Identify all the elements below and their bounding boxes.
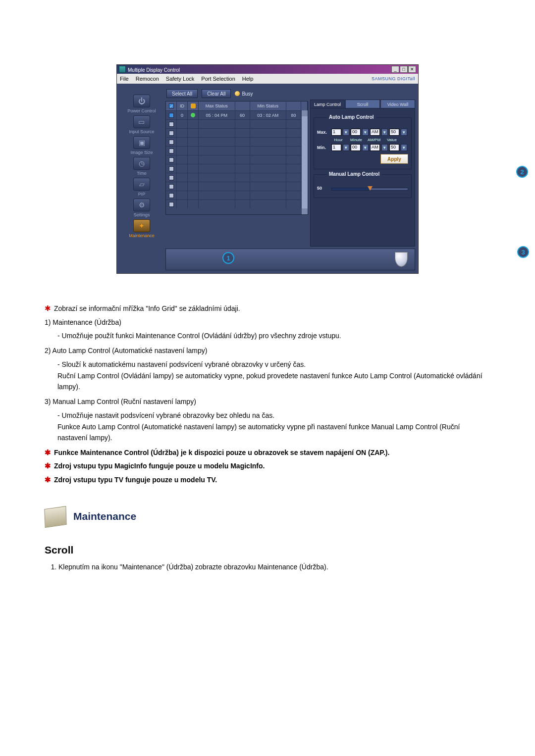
cell-max: 05 : 04 PM [199, 111, 235, 119]
sidebar-item-power-control[interactable]: ⏻Power Control [127, 95, 156, 113]
min-ampm-input[interactable]: AM [370, 144, 380, 151]
cell-id: 0 [177, 111, 188, 119]
maintenance-icon: ✦ [133, 219, 150, 232]
table-row[interactable]: 0 05 : 04 PM 60 03 : 02 AM 80 [166, 110, 308, 119]
intro-text: Zobrazí se informační mřížka "Info Grid"… [54, 303, 240, 314]
manual-lamp-group: Manual Lamp Control 50 [314, 174, 412, 198]
maximize-icon[interactable]: □ [400, 66, 408, 73]
lamp-panel: Auto Lamp Control Max. 1▾ 00▾ AM▾ 50▾ Ho… [310, 108, 415, 247]
check-icon[interactable] [169, 113, 174, 118]
scroll-heading: Scroll [45, 542, 490, 558]
power-icon: ⏻ [133, 95, 150, 107]
star-icon: ✱ [45, 461, 51, 471]
menu-file[interactable]: File [120, 76, 129, 82]
auto-lamp-group: Auto Lamp Control Max. 1▾ 00▾ AM▾ 50▾ Ho… [314, 117, 412, 169]
min-value-input[interactable]: 50 [389, 144, 399, 151]
close-icon[interactable]: ✕ [408, 66, 416, 73]
input-icon: ▭ [133, 115, 150, 128]
warning-2: Zdroj vstupu typu MagicInfo funguje pouz… [54, 461, 265, 472]
step-1: Klepnutím na ikonu "Maintenance" (Údržba… [58, 562, 490, 573]
cell-min: 03 : 02 AM [250, 111, 287, 119]
star-icon: ✱ [45, 448, 51, 457]
sidebar-item-settings[interactable]: ⚙Settings [133, 199, 150, 217]
callout-1: 1 [222, 252, 234, 264]
info-grid: ✓ ID Max Status Min Status [165, 101, 308, 215]
max-value-input[interactable]: 50 [389, 129, 399, 136]
max-label: Max. [317, 130, 330, 135]
list-item-3: 3) Manual Lamp Control (Ruční nastavení … [45, 397, 490, 407]
menu-remocon[interactable]: Remocon [136, 76, 159, 82]
col-status-dot [188, 101, 199, 110]
pip-icon: ▱ [133, 178, 150, 191]
min-label: Min. [317, 145, 330, 150]
titlebar: Multiple Display Control _ □ ✕ [117, 65, 418, 74]
select-all-button[interactable]: Select All [166, 89, 198, 98]
menu-port-selection[interactable]: Port Selection [201, 76, 235, 82]
lamp-slider[interactable] [331, 188, 408, 191]
image-size-icon: ▣ [133, 136, 150, 149]
sidebar-item-label: Power Control [127, 108, 156, 113]
group-title: Manual Lamp Control [327, 171, 381, 177]
menu-safety-lock[interactable]: Safety Lock [166, 76, 194, 82]
chevron-down-icon[interactable]: ▾ [343, 144, 349, 151]
chevron-down-icon[interactable]: ▾ [381, 144, 388, 151]
chevron-down-icon[interactable]: ▾ [401, 144, 407, 151]
min-hour-input[interactable]: 1 [331, 144, 341, 151]
callout-2: 2 [516, 166, 528, 178]
clear-all-button[interactable]: Clear All [202, 89, 231, 98]
sidebar-item-label: Maintenance [129, 233, 155, 238]
list-item-3a: - Umožňuje nastavit podsvícení vybrané o… [57, 410, 490, 421]
time-icon: ◷ [133, 157, 150, 170]
sidebar-item-label: Time [137, 171, 147, 176]
minimize-icon[interactable]: _ [391, 66, 399, 73]
manual-value-label: 50 [317, 186, 330, 191]
max-ampm-input[interactable]: AM [370, 129, 380, 136]
sidebar-item-input-source[interactable]: ▭Input Source [129, 115, 154, 134]
max-minute-input[interactable]: 00 [351, 129, 361, 136]
chevron-down-icon[interactable]: ▾ [362, 144, 369, 151]
sidebar-item-maintenance[interactable]: ✦Maintenance [129, 219, 155, 238]
status-dot-icon [191, 113, 195, 117]
busy-indicator: Busy [235, 91, 253, 97]
scrollbar[interactable] [302, 110, 308, 214]
cell-max-val: 60 [235, 111, 250, 119]
list-item-2b: Ruční Lamp Control (Ovládání lampy) se a… [57, 371, 490, 392]
chevron-down-icon[interactable]: ▾ [401, 129, 407, 136]
sidebar-item-image-size[interactable]: ▣Image Size [130, 136, 153, 155]
sidebar: ⏻Power Control ▭Input Source ▣Image Size… [120, 88, 163, 270]
sidebar-item-pip[interactable]: ▱PIP [133, 178, 150, 197]
menu-help[interactable]: Help [242, 76, 254, 82]
shield-icon [395, 252, 408, 267]
callout-3: 3 [517, 246, 529, 258]
maintenance-section-icon [44, 506, 66, 528]
check-icon: ✓ [169, 103, 174, 108]
app-window: 1 Multiple Display Control _ □ ✕ File Re… [116, 64, 419, 274]
list-item-1: 1) Maintenance (Údržba) [45, 317, 490, 328]
col-min-status: Min Status [250, 101, 287, 110]
star-icon: ✱ [45, 475, 51, 485]
slider-thumb-icon[interactable] [368, 186, 373, 191]
app-title: Multiple Display Control [119, 66, 180, 73]
tab-scroll[interactable]: Scroll [345, 100, 380, 108]
list-item-1a: - Umožňuje použít funkci Maintenance Con… [57, 331, 490, 342]
tab-lamp-control[interactable]: Lamp Control [310, 100, 345, 108]
statusbar [165, 249, 415, 270]
col-max-status: Max Status [199, 101, 235, 110]
chevron-down-icon[interactable]: ▾ [381, 129, 388, 136]
tab-video-wall[interactable]: Video Wall [380, 100, 415, 108]
col-id: ID [177, 101, 188, 110]
chevron-down-icon[interactable]: ▾ [362, 129, 369, 136]
col-checkbox[interactable]: ✓ [166, 101, 177, 110]
sidebar-item-time[interactable]: ◷Time [133, 157, 150, 176]
chevron-down-icon[interactable]: ▾ [343, 129, 349, 136]
brand-label: SAMSUNG DIGITall [372, 76, 415, 81]
min-minute-input[interactable]: 00 [351, 144, 361, 151]
apply-button[interactable]: Apply [380, 154, 408, 164]
sidebar-item-label: Image Size [130, 150, 153, 155]
max-hour-input[interactable]: 1 [331, 129, 341, 136]
gear-icon: ⚙ [133, 199, 150, 211]
section-title: Maintenance [73, 508, 136, 525]
cell-min-val: 80 [286, 111, 301, 119]
list-item-3b: Funkce Auto Lamp Control (Automatické na… [57, 422, 490, 443]
list-item-2: 2) Auto Lamp Control (Automatické nastav… [45, 346, 490, 356]
